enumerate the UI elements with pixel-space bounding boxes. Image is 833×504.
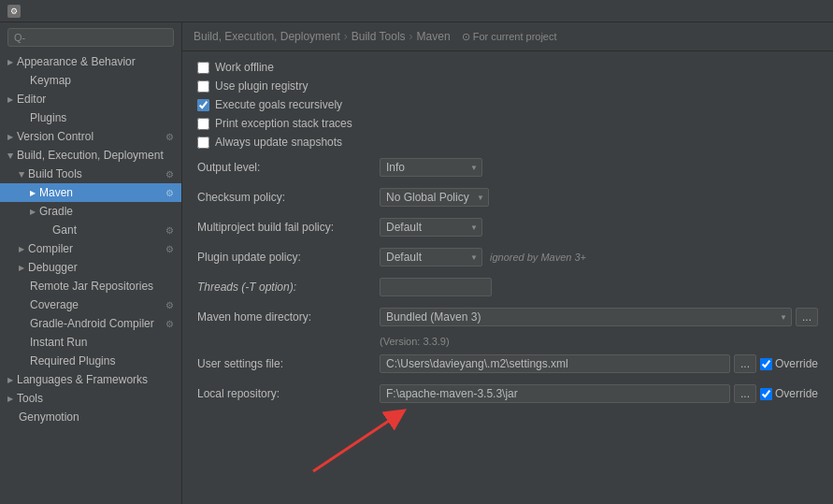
print-exception-row: Print exception stack traces (197, 117, 818, 130)
sidebar-item-tools[interactable]: ▶Tools (0, 389, 181, 408)
sidebar-item-plugins-label: Plugins (30, 111, 174, 124)
sidebar-item-remote-jar[interactable]: Remote Jar Repositories (0, 277, 181, 295)
maven-home-select[interactable]: Bundled (Maven 3) (380, 308, 792, 326)
sidebar-item-maven[interactable]: ▶Maven⚙ (0, 183, 181, 202)
sidebar-item-required-plugins[interactable]: Required Plugins (0, 352, 181, 370)
local-repo-override: Override (760, 387, 818, 400)
threads-label: Threads (-T option): (197, 281, 380, 294)
always-update-label: Always update snapshots (215, 136, 342, 149)
plugin-update-row: Plugin update policy:DefaultNeverAlways▼… (197, 246, 818, 268)
settings-icon: ⚙ (7, 5, 21, 18)
checksum-policy-select-container: No Global PolicyFailWarnIgnore▼ (380, 188, 489, 207)
plugin-update-select-container: DefaultNeverAlways▼ (380, 248, 482, 266)
local-repo-override-label: Override (775, 387, 818, 400)
maven-home-select-container: Bundled (Maven 3)▼ (380, 308, 792, 326)
local-repo-browse-button[interactable]: ... (734, 384, 756, 403)
sidebar-item-build-execution-label: Build, Execution, Deployment (17, 149, 174, 162)
plugin-update-note: ignored by Maven 3+ (490, 252, 586, 263)
multiproject-fail-row: Multiproject build fail policy:DefaultNe… (197, 216, 818, 238)
compiler-arrow-icon: ▶ (19, 245, 24, 253)
sidebar-item-plugins[interactable]: Plugins (0, 108, 181, 127)
always-update-checkbox[interactable] (197, 137, 209, 149)
sidebar-item-build-tools-label: Build Tools (28, 167, 165, 180)
appearance-arrow-icon: ▶ (7, 58, 13, 66)
sidebar-item-keymap-label: Keymap (30, 74, 174, 87)
search-input[interactable] (29, 31, 167, 44)
debugger-arrow-icon: ▶ (19, 264, 24, 272)
breadcrumb-part-2: Build Tools (352, 30, 406, 43)
sidebar-item-tools-label: Tools (17, 392, 174, 405)
sidebar-item-remote-jar-label: Remote Jar Repositories (30, 280, 174, 293)
sidebar-item-gradle[interactable]: ▶Gradle (0, 202, 181, 221)
user-settings-label: User settings file: (197, 357, 380, 370)
user-settings-browse-button[interactable]: ... (734, 354, 756, 373)
sidebar-item-genymotion[interactable]: Genymotion (0, 408, 181, 426)
project-info: ⊙ For current project (462, 31, 557, 43)
use-plugin-registry-checkbox[interactable] (197, 80, 209, 93)
local-repo-label: Local repository: (197, 387, 380, 400)
print-exception-label: Print exception stack traces (215, 117, 352, 130)
sidebar-item-build-execution[interactable]: ▶Build, Execution, Deployment (0, 146, 181, 165)
execute-goals-row: Execute goals recursively (197, 98, 818, 111)
local-repo-row: Local repository: ... Override (197, 382, 818, 405)
checksum-policy-select[interactable]: No Global PolicyFailWarnIgnore (380, 188, 489, 207)
breadcrumb-part-1: Build, Execution, Deployment (194, 30, 340, 43)
multiproject-fail-select[interactable]: DefaultNeverAlwaysAt End (380, 218, 482, 237)
plugin-update-select[interactable]: DefaultNeverAlways (380, 248, 482, 266)
sidebar-item-coverage[interactable]: Coverage⚙ (0, 295, 181, 314)
plugin-update-label: Plugin update policy: (197, 251, 380, 264)
maven-home-browse-button[interactable]: ... (796, 308, 818, 326)
maven-home-container: Bundled (Maven 3)▼... (380, 308, 818, 326)
sidebar-item-build-tools[interactable]: ▶Build Tools⚙ (0, 165, 181, 183)
compiler-settings-icon: ⚙ (165, 244, 174, 254)
output-level-label: Output level: (197, 161, 380, 174)
multiproject-fail-label: Multiproject build fail policy: (197, 221, 380, 234)
execute-goals-checkbox[interactable] (197, 99, 209, 111)
sidebar-item-instant-run-label: Instant Run (30, 336, 174, 349)
threads-input[interactable] (380, 278, 492, 296)
build-tools-settings-icon: ⚙ (165, 169, 174, 180)
user-settings-override-checkbox[interactable] (760, 358, 772, 370)
execute-goals-label: Execute goals recursively (215, 98, 342, 111)
sidebar-item-version-control-label: Version Control (17, 130, 165, 143)
sidebar-item-compiler-label: Compiler (28, 242, 165, 255)
local-repo-input[interactable] (380, 384, 730, 403)
sidebar-item-gant[interactable]: Gant⚙ (0, 221, 181, 239)
sidebar-item-appearance[interactable]: ▶Appearance & Behavior (0, 52, 181, 71)
always-update-row: Always update snapshots (197, 136, 818, 149)
languages-arrow-icon: ▶ (7, 376, 13, 384)
sidebar-item-keymap[interactable]: Keymap (0, 71, 181, 90)
sidebar-item-version-control[interactable]: ▶Version Control⚙ (0, 127, 181, 146)
sidebar-item-gradle-android-label: Gradle-Android Compiler (30, 317, 165, 330)
version-note: (Version: 3.3.9) (380, 336, 818, 347)
work-offline-checkbox[interactable] (197, 62, 209, 74)
content-area: Build, Execution, Deployment › Build Too… (182, 22, 833, 504)
user-settings-override: Override (760, 357, 818, 370)
sidebar-item-debugger[interactable]: ▶Debugger (0, 258, 181, 277)
gant-settings-icon: ⚙ (165, 225, 174, 236)
sidebar-item-editor[interactable]: ▶Editor (0, 90, 181, 108)
sidebar-item-compiler[interactable]: ▶Compiler⚙ (0, 239, 181, 258)
title-bar: ⚙ (0, 0, 833, 22)
sidebar-item-gradle-android[interactable]: Gradle-Android Compiler⚙ (0, 314, 181, 333)
editor-arrow-icon: ▶ (7, 95, 13, 104)
search-box[interactable]: Q- (7, 28, 174, 47)
threads-row: Threads (-T option): (197, 276, 818, 298)
maven-arrow-icon: ▶ (30, 189, 36, 197)
user-settings-input[interactable] (380, 354, 730, 373)
sidebar-item-required-plugins-label: Required Plugins (30, 354, 174, 367)
output-level-row: Output level:InfoDebugQuiet▼ (197, 156, 818, 179)
main-layout: Q- ▶Appearance & BehaviorKeymap▶EditorPl… (0, 22, 833, 504)
output-level-select[interactable]: InfoDebugQuiet (380, 158, 482, 177)
gradle-android-settings-icon: ⚙ (165, 319, 174, 329)
sidebar-item-languages[interactable]: ▶Languages & Frameworks (0, 370, 181, 389)
sidebar-item-languages-label: Languages & Frameworks (17, 373, 174, 386)
breadcrumb-part-3: Maven (417, 30, 451, 43)
print-exception-checkbox[interactable] (197, 118, 209, 130)
sidebar-item-gradle-label: Gradle (39, 205, 174, 218)
sidebar-item-instant-run[interactable]: Instant Run (0, 333, 181, 352)
breadcrumb: Build, Execution, Deployment › Build Too… (182, 22, 833, 51)
coverage-settings-icon: ⚙ (165, 300, 174, 310)
local-repo-override-checkbox[interactable] (760, 388, 772, 400)
maven-settings-icon: ⚙ (165, 188, 174, 198)
